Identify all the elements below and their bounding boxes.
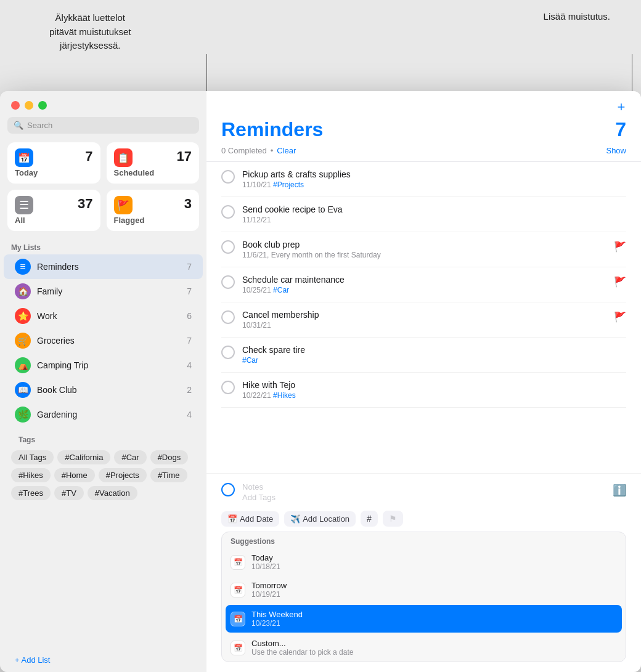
add-date-button[interactable]: 📅 Add Date (221, 511, 279, 527)
reminders-list-count: 7 (187, 262, 192, 272)
suggestion-this-weekend[interactable]: 📅 This Weekend 10/23/21 (226, 605, 622, 633)
smart-list-flagged[interactable]: 🚩 3 Flagged (107, 190, 200, 231)
smart-list-all[interactable]: ☰ 37 All (7, 190, 100, 231)
reminder-circle-3[interactable] (221, 275, 235, 289)
sidebar-item-reminders[interactable]: ≡ Reminders 7 (4, 254, 203, 279)
reminder-title-1: Send cookie recipe to Eva (242, 204, 626, 214)
work-list-name: Work (37, 311, 181, 321)
app-window: 🔍 Search 📅 7 Today 📋 17 Scheduled (0, 91, 641, 672)
suggestion-custom[interactable]: 📅 Custom... Use the calendar to pick a d… (222, 634, 626, 662)
sidebar-item-work[interactable]: ⭐ Work 6 (4, 304, 203, 328)
today-icon: 📅 (15, 148, 33, 167)
clear-button[interactable]: Clear (277, 146, 296, 155)
tag-dogs[interactable]: #Dogs (150, 450, 189, 464)
reminder-circle-5[interactable] (221, 346, 235, 359)
gardening-list-count: 4 (187, 410, 192, 419)
suggestion-label-tomorrow: Tomorrow (251, 581, 617, 590)
add-list-label: + Add List (15, 655, 50, 665)
tag-vacation[interactable]: #Vacation (88, 486, 137, 500)
notes-field[interactable]: Notes (242, 482, 605, 492)
add-list-button[interactable]: + Add List (0, 648, 206, 672)
work-list-icon: ⭐ (15, 308, 31, 324)
bookclub-list-count: 2 (187, 385, 192, 395)
reminder-subtitle-2: 11/6/21, Every month on the first Saturd… (242, 251, 606, 259)
tag-tv[interactable]: #TV (54, 486, 84, 500)
add-date-label: Add Date (240, 514, 273, 524)
tag-trees[interactable]: #Trees (11, 486, 51, 500)
suggestion-cal-icon-weekend: 📅 (231, 612, 245, 626)
sidebar-item-gardening[interactable]: 🌿 Gardening 4 (4, 402, 203, 427)
reminder-body-6: Hike with Tejo 10/22/21 #Hikes (242, 380, 626, 400)
smart-list-scheduled[interactable]: 📋 17 Scheduled (107, 142, 200, 184)
tag-california[interactable]: #California (57, 450, 110, 464)
reminder-subtitle-4: 10/31/21 (242, 321, 606, 330)
add-flag-button[interactable]: ⚑ (383, 511, 403, 527)
camping-list-icon: ⛺ (15, 357, 31, 373)
reminder-item-3: Schedule car maintenance 10/25/21 #Car 🚩 (221, 267, 626, 302)
scheduled-count: 17 (177, 148, 192, 164)
family-list-icon: 🏠 (15, 283, 31, 299)
flagged-count: 3 (184, 196, 192, 212)
suggestion-tomorrow[interactable]: 📅 Tomorrow 10/19/21 (222, 576, 626, 604)
reminder-circle-4[interactable] (221, 310, 235, 324)
add-tags-field[interactable]: Add Tags (242, 493, 605, 502)
sidebar-item-groceries[interactable]: 🛒 Groceries 7 (4, 328, 203, 353)
family-list-count: 7 (187, 286, 192, 296)
reminder-subtitle-1: 11/12/21 (242, 216, 626, 224)
search-input[interactable]: Search (27, 121, 52, 130)
show-button[interactable]: Show (606, 146, 626, 155)
reminder-tag-5: #Car (242, 356, 258, 365)
all-icon: ☰ (15, 196, 33, 214)
reminder-item-6: Hike with Tejo 10/22/21 #Hikes (221, 373, 626, 408)
search-bar[interactable]: 🔍 Search (7, 117, 199, 134)
reminder-circle-0[interactable] (221, 170, 235, 184)
tag-home[interactable]: #Home (54, 468, 95, 482)
gardening-list-icon: 🌿 (15, 407, 31, 423)
maximize-button[interactable] (38, 101, 47, 110)
tooltip-left: Älykkäät luettelot pitävät muistutukset … (49, 11, 131, 53)
add-tag-button[interactable]: # (361, 511, 378, 527)
smart-list-today[interactable]: 📅 7 Today (7, 142, 100, 184)
tag-projects[interactable]: #Projects (99, 468, 147, 482)
bookclub-list-icon: 📖 (15, 382, 31, 398)
reminder-subtitle-5: #Car (242, 356, 626, 365)
reminder-item-1: Send cookie recipe to Eva 11/12/21 (221, 197, 626, 232)
sidebar-item-bookclub[interactable]: 📖 Book Club 2 (4, 378, 203, 402)
tag-hikes[interactable]: #Hikes (11, 468, 51, 482)
add-reminder-button[interactable]: + (613, 99, 630, 116)
toolbar: 📅 Add Date ✈️ Add Location # ⚑ (206, 506, 641, 532)
reminder-title-4: Cancel membership (242, 310, 606, 320)
add-location-label: Add Location (303, 514, 349, 524)
completed-bar: 0 Completed • Clear Show (206, 146, 641, 162)
add-location-button[interactable]: ✈️ Add Location (284, 511, 356, 527)
reminder-circle-6[interactable] (221, 381, 235, 394)
tags-label: Tags (7, 432, 199, 447)
tag-all-tags[interactable]: All Tags (11, 450, 54, 464)
reminder-item: Pickup arts & crafts supplies 11/10/21 #… (221, 162, 626, 197)
sidebar-item-family[interactable]: 🏠 Family 7 (4, 279, 203, 304)
suggestions-panel: Suggestions 📅 Today 10/18/21 📅 Tomorrow … (221, 532, 626, 662)
close-button[interactable] (11, 101, 20, 110)
info-icon[interactable]: ℹ️ (613, 484, 626, 497)
camping-list-count: 4 (187, 360, 192, 370)
reminder-circle-2[interactable] (221, 240, 235, 254)
camping-list-name: Camping Trip (37, 360, 181, 370)
reminder-title-0: Pickup arts & crafts supplies (242, 169, 626, 179)
minimize-button[interactable] (25, 101, 33, 110)
suggestion-cal-icon-custom: 📅 (231, 641, 245, 655)
flag-icon-4: 🚩 (614, 311, 626, 323)
reminder-item-4: Cancel membership 10/31/21 🚩 (221, 302, 626, 338)
reminder-circle-1[interactable] (221, 205, 235, 219)
sidebar-item-camping[interactable]: ⛺ Camping Trip 4 (4, 353, 203, 378)
suggestion-today[interactable]: 📅 Today 10/18/21 (222, 548, 626, 576)
new-reminder-area: Notes Add Tags ℹ️ (206, 473, 641, 506)
completed-info: 0 Completed • Clear (221, 146, 296, 155)
reminder-subtitle-6: 10/22/21 #Hikes (242, 391, 626, 400)
tag-time[interactable]: #Time (150, 468, 187, 482)
reminder-body-2: Book club prep 11/6/21, Every month on t… (242, 240, 606, 259)
tag-car[interactable]: #Car (114, 450, 146, 464)
groceries-list-count: 7 (187, 336, 192, 346)
new-reminder-circle[interactable] (221, 483, 235, 496)
reminder-subtitle-0: 11/10/21 #Projects (242, 180, 626, 189)
title-row: Reminders 7 (206, 116, 641, 146)
